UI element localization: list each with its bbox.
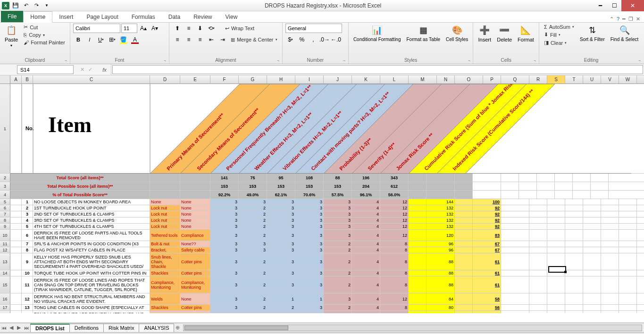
cell[interactable] (583, 241, 601, 247)
cell[interactable]: 75 (239, 174, 267, 182)
merge-center-button[interactable]: ⊞Merge & Center▾ (229, 35, 279, 44)
cell[interactable] (547, 241, 565, 247)
cell[interactable] (501, 270, 529, 276)
cell[interactable] (601, 217, 619, 223)
cell[interactable]: 2ND SET OF TURNBUCKLES & CLAMPS (33, 211, 150, 217)
cell[interactable]: Lock nut (150, 224, 180, 229)
wrap-text-button[interactable]: ↩Wrap Text (223, 24, 256, 33)
font-color-button[interactable]: A (130, 35, 140, 44)
sheet-body[interactable]: 1 No. Item Primary Means of Securement**… (0, 84, 644, 313)
cell[interactable] (409, 217, 427, 223)
delete-cells-button[interactable]: ➖Delete (495, 24, 514, 43)
cell[interactable] (352, 311, 380, 313)
cell[interactable]: 2 (239, 253, 267, 270)
cell[interactable]: Tethered tools (150, 230, 180, 241)
cut-button[interactable]: ✂Cut (22, 24, 67, 31)
cell[interactable] (565, 241, 583, 247)
cell[interactable]: 3 (210, 253, 239, 270)
cell[interactable]: 4 (352, 253, 380, 270)
cell[interactable]: 204 (352, 182, 380, 190)
cell[interactable]: 2 (324, 270, 352, 276)
cell[interactable] (409, 276, 427, 293)
cell[interactable] (324, 311, 352, 313)
cell[interactable] (565, 217, 583, 223)
border-button[interactable]: ⊞▾ (107, 35, 117, 44)
col-header-T[interactable]: T (565, 75, 583, 84)
cell[interactable]: 2 (239, 293, 267, 304)
minimize-button[interactable]: ━ (593, 0, 607, 11)
row-header[interactable]: 18 (0, 311, 10, 313)
cell[interactable]: 3 (210, 293, 239, 304)
cell[interactable] (455, 305, 473, 310)
bold-button[interactable]: B (73, 35, 84, 44)
decrease-decimal-icon[interactable]: ←.0 (331, 35, 341, 44)
qat-dropdown-icon[interactable]: ▼ (42, 1, 51, 10)
cell[interactable] (583, 211, 601, 217)
cell[interactable]: 3 (210, 211, 239, 217)
cell[interactable]: Safety cable (180, 247, 210, 253)
cell[interactable] (547, 217, 565, 223)
cell[interactable]: 92 (473, 224, 501, 229)
cell[interactable] (547, 253, 565, 270)
cell[interactable]: 3 (295, 205, 324, 211)
cell[interactable] (409, 211, 427, 217)
cell[interactable] (150, 174, 180, 182)
cell[interactable]: 141 (210, 174, 239, 182)
row-header[interactable]: 4 (0, 191, 10, 199)
cell[interactable] (547, 293, 565, 304)
cell[interactable]: 3 (295, 305, 324, 310)
cell[interactable]: 12 (380, 211, 409, 217)
align-middle-icon[interactable]: ≡ (184, 24, 194, 33)
cell[interactable] (565, 224, 583, 229)
cell[interactable] (583, 205, 601, 211)
total-label[interactable]: % of Total Possible Score** (10, 191, 150, 199)
cell[interactable]: SRL'S & ANCHOR POINTS IN GOOD CONDITION … (33, 241, 150, 247)
cell[interactable]: Welds (150, 293, 180, 304)
cell[interactable] (529, 293, 547, 304)
cell[interactable]: 8 (380, 247, 409, 253)
cell[interactable]: None?? (180, 241, 210, 247)
first-sheet-icon[interactable]: ⏮ (0, 325, 8, 331)
cell[interactable] (601, 305, 619, 310)
cell[interactable]: 56.0% (380, 191, 409, 199)
cell[interactable] (601, 247, 619, 253)
cell[interactable]: 14 (22, 311, 33, 313)
cell[interactable] (180, 174, 210, 182)
cell[interactable] (565, 199, 583, 205)
cell[interactable]: Bracket, (150, 247, 180, 253)
cell[interactable] (455, 270, 473, 276)
col-header-Q[interactable]: Q (501, 75, 529, 84)
col-header-C[interactable]: C (33, 75, 150, 84)
cell[interactable] (501, 211, 529, 217)
cell[interactable]: 3 (324, 199, 352, 205)
cell[interactable]: DERRICK HAS NO BENT STRUCTURAL MEMBERS A… (33, 293, 150, 304)
row-header[interactable]: 13 (0, 253, 10, 270)
col-header-U[interactable]: U (583, 75, 601, 84)
cell[interactable] (619, 241, 637, 247)
cell[interactable]: 8 (380, 276, 409, 293)
cell[interactable]: 3 (210, 205, 239, 211)
row-header[interactable]: 6 (0, 205, 10, 211)
cell[interactable]: 2 (239, 230, 267, 241)
cell[interactable] (501, 293, 529, 304)
cell[interactable]: None (180, 211, 210, 217)
cell[interactable] (409, 305, 427, 310)
cell[interactable]: 96 (427, 247, 455, 253)
cell[interactable]: 100 (473, 199, 501, 205)
cell[interactable]: 132 (427, 224, 455, 229)
cell[interactable]: 2 (324, 253, 352, 270)
cell[interactable] (455, 224, 473, 229)
cell[interactable] (180, 311, 210, 313)
cell[interactable]: 2 (239, 211, 267, 217)
cell[interactable] (601, 199, 619, 205)
cell[interactable]: 67 (473, 247, 501, 253)
cell[interactable]: 4 (352, 305, 380, 310)
cell[interactable] (10, 230, 22, 241)
cell[interactable] (529, 230, 547, 241)
autosum-button[interactable]: ΣAutoSum▾ (542, 24, 576, 30)
undo-icon[interactable]: ↶ (22, 1, 30, 10)
cell[interactable] (427, 182, 455, 190)
cell[interactable]: 2 (324, 276, 352, 293)
cell[interactable] (555, 174, 573, 182)
row-header[interactable]: 9 (0, 224, 10, 229)
